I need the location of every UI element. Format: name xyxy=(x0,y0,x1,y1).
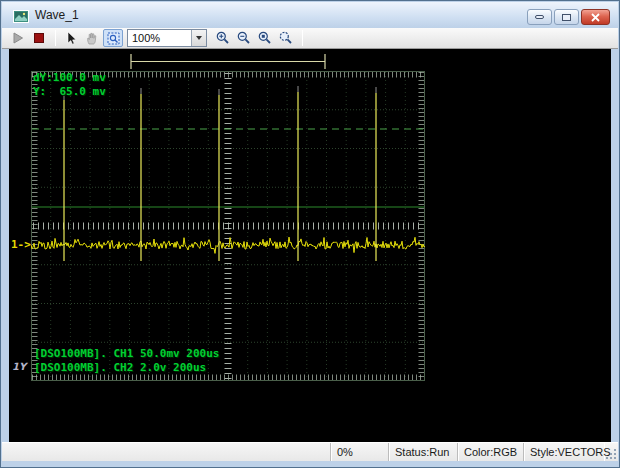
color-mode-pane: Color:RGB xyxy=(458,443,524,461)
cursor-arrow-icon xyxy=(64,31,79,46)
waveform-display xyxy=(31,71,425,381)
run-status-pane: Status:Run xyxy=(389,443,458,461)
pan-tool-button[interactable] xyxy=(82,29,102,47)
toolbar-separator xyxy=(55,30,56,46)
close-icon xyxy=(591,13,600,22)
minimize-button[interactable] xyxy=(527,9,552,25)
progress-pane: 0% xyxy=(331,443,389,461)
channel2-info: [DSO100MB]. CH2 2.0v 200us xyxy=(34,361,206,374)
stop-icon xyxy=(33,32,45,44)
y-axis-label: 1Y xyxy=(12,361,26,372)
maximize-button[interactable] xyxy=(554,9,579,25)
channel1-position-marker[interactable]: 1-> xyxy=(11,238,31,251)
window-bottom-frame xyxy=(1,461,619,467)
style-mode-pane: Style:VECTORS xyxy=(524,443,604,461)
zoom-reset-icon xyxy=(257,30,273,46)
maximize-icon xyxy=(562,14,571,21)
zoom-in-button[interactable] xyxy=(213,29,233,47)
channel1-info: [DSO100MB]. CH1 50.0mv 200us xyxy=(34,347,219,360)
zoom-fit-button[interactable] xyxy=(276,29,296,47)
status-pane-empty xyxy=(2,443,331,461)
zoom-fit-icon xyxy=(278,30,294,46)
window-title: Wave_1 xyxy=(35,8,79,22)
measurement-bracket xyxy=(129,53,329,71)
zoom-region-icon xyxy=(106,31,121,46)
select-tool-button[interactable] xyxy=(61,29,81,47)
dropdown-arrow-icon[interactable] xyxy=(191,30,206,46)
minimize-icon xyxy=(535,15,544,19)
play-button[interactable] xyxy=(8,29,28,47)
app-icon xyxy=(13,9,29,22)
close-button[interactable] xyxy=(581,9,610,25)
status-bar: 0% Status:Run Color:RGB Style:VECTORS xyxy=(2,442,618,461)
zoom-out-icon xyxy=(236,30,252,46)
toolbar-separator xyxy=(302,30,303,46)
zoom-out-button[interactable] xyxy=(234,29,254,47)
window-controls xyxy=(527,9,610,25)
hand-icon xyxy=(85,31,100,46)
zoom-level-select[interactable]: 100% xyxy=(127,29,207,47)
toolbar: 100% xyxy=(2,28,618,49)
title-bar[interactable]: Wave_1 xyxy=(2,2,618,28)
wave-window: Wave_1 xyxy=(0,0,620,468)
zoom-reset-button[interactable] xyxy=(255,29,275,47)
scope-client-area[interactable]: 1-> 1Y dY:100.0 mv Y: 65.0 mv [DSO100MB]… xyxy=(9,49,611,444)
cursor-y-readout: Y: 65.0 mv xyxy=(33,85,106,98)
zoom-level-value: 100% xyxy=(128,32,191,44)
zoom-region-tool-button[interactable] xyxy=(103,29,123,47)
graticule[interactable]: dY:100.0 mv Y: 65.0 mv [DSO100MB]. CH1 5… xyxy=(31,71,425,381)
play-icon xyxy=(11,31,25,45)
stop-button[interactable] xyxy=(29,29,49,47)
resize-grip[interactable] xyxy=(604,447,616,459)
cursor-dy-readout: dY:100.0 mv xyxy=(33,71,106,84)
zoom-in-icon xyxy=(215,30,231,46)
